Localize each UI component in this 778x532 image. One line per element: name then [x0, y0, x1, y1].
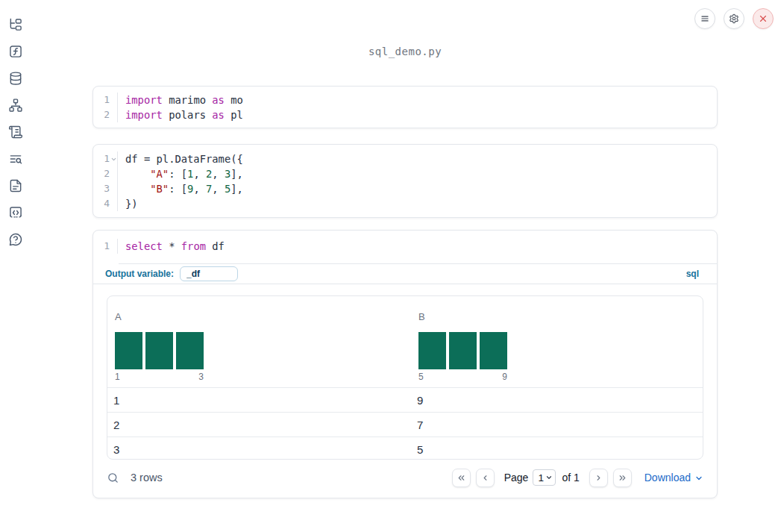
token: ,: [193, 168, 206, 180]
table-row[interactable]: 2 7: [107, 412, 703, 436]
column-header[interactable]: A: [115, 311, 404, 322]
document-icon[interactable]: [8, 178, 23, 193]
token: ],: [230, 168, 243, 180]
code-text[interactable]: import marimo as mo: [118, 93, 243, 107]
hist-max-label: 9: [502, 372, 507, 382]
token: as: [212, 94, 225, 106]
cell-value: 7: [411, 419, 703, 431]
hist-max-label: 3: [198, 372, 204, 382]
token: df: [206, 240, 225, 252]
fold-chevron-icon[interactable]: [110, 152, 117, 166]
gear-icon[interactable]: [724, 8, 744, 29]
download-button[interactable]: Download: [644, 472, 703, 484]
previous-page-button[interactable]: [476, 469, 495, 487]
cell-value: 9: [411, 394, 703, 407]
token: ,: [212, 183, 225, 195]
column-summary-b: B 5 9: [411, 305, 703, 387]
token: pl: [225, 109, 243, 121]
code-line: 1 select * from df: [93, 239, 717, 254]
chevron-down-icon: [545, 474, 553, 481]
help-chat-icon[interactable]: [8, 232, 23, 247]
token: "B": [150, 183, 169, 195]
code-text[interactable]: df = pl.DataFrame({: [118, 151, 243, 166]
file-tree-icon[interactable]: [8, 17, 23, 32]
table-header: A 1 3: [107, 296, 703, 387]
language-badge: sql: [686, 269, 699, 279]
table-row[interactable]: 1 9: [107, 387, 703, 412]
token: : [: [169, 168, 187, 180]
search-icon[interactable]: [107, 472, 119, 484]
chevron-down-icon: [694, 474, 703, 483]
code-cell-imports[interactable]: 1 import marimo as mo 2 import polars as…: [92, 86, 718, 128]
token: from: [181, 240, 206, 252]
pagination: Page 1 of 1 Download: [452, 469, 703, 487]
code-text[interactable]: select * from df: [118, 239, 225, 254]
notebook-filename[interactable]: sql_demo.py: [92, 46, 718, 57]
token: mo: [225, 94, 243, 106]
cell-value: 3: [107, 443, 411, 456]
histogram-bar: [480, 332, 507, 369]
line-number: 3: [93, 181, 118, 196]
dependency-graph-icon[interactable]: [8, 98, 23, 113]
notebook-area: sql_demo.py 1 import marimo as mo 2 impo…: [92, 0, 718, 498]
histogram-axis-labels: 1 3: [115, 372, 204, 382]
histogram-bar: [145, 332, 173, 369]
function-icon[interactable]: [8, 44, 23, 59]
line-number: 1: [93, 151, 118, 166]
histogram-b: 5 9: [418, 332, 507, 382]
database-icon[interactable]: [8, 71, 23, 86]
histogram-bar: [449, 332, 477, 369]
histogram-bars: [115, 332, 204, 369]
line-number: 2: [93, 107, 118, 122]
code-text[interactable]: }): [118, 196, 138, 211]
last-page-button[interactable]: [613, 469, 632, 487]
line-number: 1: [93, 93, 118, 107]
cell-value: 5: [411, 443, 703, 456]
hist-min-label: 5: [418, 372, 424, 382]
code-line: 4 }): [93, 196, 717, 211]
page-label: Page: [504, 472, 529, 484]
page-select[interactable]: 1: [533, 469, 556, 486]
code-line: 1 df = pl.DataFrame({: [93, 151, 717, 166]
column-header[interactable]: B: [418, 311, 695, 322]
output-variable-row: Output variable: sql: [93, 264, 717, 284]
code-cell-dataframe[interactable]: 1 df = pl.DataFrame({ 2 "A": [1, 2, 3], …: [92, 144, 718, 218]
hist-min-label: 1: [115, 372, 120, 382]
code-text[interactable]: "A": [1, 2, 3],: [118, 166, 243, 181]
token: "A": [150, 168, 169, 180]
token: import: [125, 94, 163, 106]
next-page-button[interactable]: [589, 469, 608, 487]
table-row[interactable]: 3 5: [107, 436, 703, 460]
scroll-logs-icon[interactable]: [8, 125, 23, 140]
histogram-bar: [115, 332, 142, 369]
token: [125, 183, 150, 195]
token: [125, 168, 150, 180]
code-line: 1 import marimo as mo: [93, 93, 717, 107]
code-text[interactable]: import polars as pl: [118, 107, 243, 122]
first-page-button[interactable]: [452, 469, 471, 487]
token: as: [212, 109, 225, 121]
download-label: Download: [644, 472, 691, 484]
code-line: 2 import polars as pl: [93, 107, 717, 122]
output-variable-input[interactable]: [180, 266, 238, 281]
token: ],: [230, 183, 243, 195]
histogram-axis-labels: 5 9: [418, 372, 507, 382]
line-number: 1: [93, 239, 118, 254]
sql-editor[interactable]: 1 select * from df: [93, 231, 717, 263]
text-search-icon[interactable]: [8, 151, 23, 166]
line-number-text: 1: [104, 153, 110, 164]
histogram-bar: [418, 332, 446, 369]
histogram-a: 1 3: [115, 332, 204, 382]
close-icon[interactable]: [753, 8, 774, 29]
output-variable-label: Output variable:: [105, 269, 174, 279]
snippets-code-icon[interactable]: [8, 205, 23, 220]
row-count: 3 rows: [131, 472, 163, 484]
dataframe-table: A 1 3: [107, 295, 703, 460]
token: import: [125, 109, 163, 121]
histogram-bars: [418, 332, 507, 369]
code-text[interactable]: "B": [9, 7, 5],: [118, 181, 243, 196]
line-number: 4: [93, 196, 118, 211]
token: }): [125, 198, 138, 210]
page-of-label: of 1: [562, 472, 579, 484]
histogram-bar: [176, 332, 204, 369]
